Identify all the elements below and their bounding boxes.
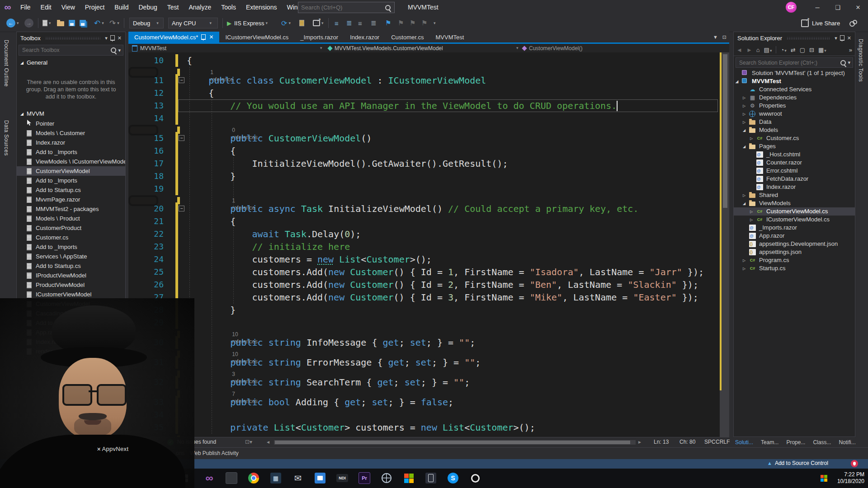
- breadcrumb-member[interactable]: CustomerViewModel(): [523, 44, 582, 52]
- menu-item-debug[interactable]: Debug: [134, 0, 162, 14]
- toolbox-item[interactable]: Models \ Customer: [17, 128, 125, 138]
- solution-explorer-header[interactable]: Solution Explorer ▾ ✕: [734, 32, 855, 44]
- toolbox-item[interactable]: CustomerViewModel: [17, 299, 125, 309]
- line-number[interactable]: 26: [128, 278, 164, 291]
- menu-item-build[interactable]: Build: [109, 0, 133, 14]
- taskbar-icon-obs[interactable]: [469, 472, 481, 484]
- tree-item--imports-razor[interactable]: @_Imports.razor: [734, 224, 855, 232]
- tree-item-dependencies[interactable]: ▷▦Dependencies: [734, 94, 855, 102]
- chevron-down-icon[interactable]: ▾: [105, 35, 108, 41]
- menu-item-test[interactable]: Test: [162, 0, 184, 14]
- next-bookmark-button[interactable]: ⚑: [410, 14, 415, 32]
- diagnostic-tools-tab[interactable]: Diagnostic Tools: [856, 35, 865, 85]
- code-line[interactable]: 30 public string InfoMessage { get; set;…: [128, 336, 720, 349]
- line-number[interactable]: 15: [128, 132, 164, 145]
- code-editor[interactable]: 10{1 reference11− public class CustomerV…: [128, 52, 720, 437]
- code-line[interactable]: 27 customers.Add(new Customer() { Id = 3…: [128, 291, 720, 304]
- toolbox-item[interactable]: App.razor: [17, 328, 125, 337]
- bookmark-button[interactable]: ⚑: [385, 14, 391, 32]
- toolbox-item[interactable]: Add to _Imports: [17, 318, 125, 328]
- pin-icon[interactable]: [110, 35, 115, 41]
- code-line[interactable]: 22 await Task.Delay(0);: [128, 228, 720, 240]
- line-number[interactable]: 32: [128, 376, 164, 389]
- code-line[interactable]: 18 }: [128, 170, 720, 183]
- breadcrumb-project[interactable]: MVVMTest: [132, 44, 166, 52]
- menu-item-edit[interactable]: Edit: [36, 0, 57, 14]
- side-tab-document-outline[interactable]: Document Outline: [2, 36, 11, 90]
- scroll-left-arrow-icon[interactable]: ◂: [267, 439, 269, 445]
- collapsed-arrow-icon[interactable]: ▷: [743, 120, 745, 124]
- code-line[interactable]: 21 {: [128, 215, 720, 228]
- toolbar-options-chevron[interactable]: ▾: [433, 14, 436, 32]
- taskbar-icon-mail[interactable]: ✉: [292, 472, 304, 484]
- collapsed-arrow-icon[interactable]: ▷: [750, 210, 753, 214]
- document-tab--imports-razor[interactable]: _Imports.razor: [294, 32, 344, 42]
- tree-item-models[interactable]: ◢Models: [734, 126, 855, 134]
- code-line[interactable]: 10{: [128, 54, 720, 67]
- close-button[interactable]: ✕: [848, 0, 868, 14]
- outline-2-button[interactable]: ≣: [346, 14, 352, 32]
- tool-window-tab-prope[interactable]: Prope...: [786, 439, 805, 446]
- line-number[interactable]: 29: [128, 316, 164, 329]
- health-indicator-label[interactable]: No issues found: [177, 439, 216, 445]
- tree-item-appsettings-development-json[interactable]: {}appsettings.Development.json: [734, 240, 855, 248]
- tree-item-counter-razor[interactable]: @Counter.razor: [734, 159, 855, 167]
- solution-configuration-dropdown[interactable]: Debug▾: [129, 18, 164, 28]
- line-number[interactable]: 13: [128, 99, 164, 112]
- toolbox-item[interactable]: MMVMTest2 - packages: [17, 204, 125, 214]
- toolbox-search-box[interactable]: ▾: [19, 45, 123, 56]
- toolbox-item[interactable]: render-mo: [17, 347, 125, 356]
- toolbox-item[interactable]: ViewModels \ ICustomerViewModel: [17, 157, 125, 166]
- toolbox-item[interactable]: Add to _Imports: [17, 242, 125, 252]
- toolbox-item[interactable]: IProductViewModel: [17, 271, 125, 280]
- line-number[interactable]: 25: [128, 266, 164, 278]
- refresh-button[interactable]: ⟳▾: [281, 14, 291, 32]
- toolbox-item[interactable]: ICustomerViewModel: [17, 290, 125, 299]
- float-window-icon[interactable]: ⊡: [722, 34, 726, 40]
- taskbar-icon-calculator[interactable]: ▦: [269, 472, 282, 484]
- close-icon[interactable]: ✕: [209, 34, 213, 40]
- pin-icon[interactable]: [201, 34, 206, 40]
- code-line[interactable]: 24 customers = new List<Customer>();: [128, 253, 720, 266]
- tree-item-appsettings-json[interactable]: {}appsettings.json: [734, 248, 855, 256]
- menu-item-extensions[interactable]: Extensions: [241, 0, 282, 14]
- line-number[interactable]: 21: [128, 215, 164, 228]
- split-editor-icon[interactable]: ⊡▾: [245, 439, 252, 445]
- scrollbar-thumb[interactable]: [275, 441, 630, 444]
- line-number[interactable]: 31: [128, 356, 164, 369]
- tree-item-startup-cs[interactable]: ▷C#Startup.cs: [734, 264, 855, 272]
- document-tab-mvvmtest[interactable]: MVVMTest: [429, 32, 470, 42]
- code-line[interactable]: 34: [128, 408, 720, 421]
- overflow-icon[interactable]: »: [849, 47, 852, 53]
- indent-button[interactable]: ≡: [358, 14, 362, 32]
- tree-item-wwwroot[interactable]: ▷wwwroot: [734, 110, 855, 118]
- expanded-arrow-icon[interactable]: ◢: [743, 145, 745, 149]
- toolbox-item[interactable]: Add to _Imports: [17, 147, 125, 157]
- save-all-button[interactable]: [80, 14, 86, 32]
- show-all-files-icon[interactable]: ▦▾: [818, 47, 826, 53]
- column-indicator[interactable]: Ch: 80: [679, 439, 695, 445]
- code-line[interactable]: 32 public string SearchTerm { get; set; …: [128, 376, 720, 389]
- live-share-button[interactable]: Live Share: [801, 14, 840, 32]
- comment-button[interactable]: ≣: [371, 14, 377, 32]
- menu-item-project[interactable]: Project: [80, 0, 110, 14]
- code-line[interactable]: 29: [128, 316, 720, 329]
- toolbox-item[interactable]: Customer.cs: [17, 233, 125, 242]
- new-project-button[interactable]: ▾: [42, 14, 51, 32]
- taskbar-icon-store[interactable]: [314, 472, 326, 484]
- clear-bookmarks-button[interactable]: ⚑: [421, 14, 427, 32]
- code-line[interactable]: 19: [128, 183, 720, 195]
- code-line[interactable]: 16 {: [128, 145, 720, 157]
- menu-item-file[interactable]: File: [15, 0, 36, 14]
- sync-with-active-document-icon[interactable]: ⇄: [791, 47, 796, 53]
- tool-window-tab-class[interactable]: Class...: [813, 439, 831, 446]
- close-icon[interactable]: ✕: [118, 35, 122, 41]
- tree-item-program-cs[interactable]: ▷C#Program.cs: [734, 256, 855, 264]
- tree-item-data[interactable]: ▷Data: [734, 118, 855, 126]
- chevron-down-icon[interactable]: ▾: [516, 46, 519, 50]
- active-files-chevron-icon[interactable]: ▼: [713, 34, 718, 40]
- tree-item-icustomerviewmodel-cs[interactable]: ▷C#ICustomerViewModel.cs: [734, 216, 855, 224]
- code-line[interactable]: 17 InitializeViewModel().GetAwaiter().Ge…: [128, 157, 720, 170]
- line-number[interactable]: 16: [128, 145, 164, 157]
- tree-item-pages[interactable]: ◢Pages: [734, 142, 855, 150]
